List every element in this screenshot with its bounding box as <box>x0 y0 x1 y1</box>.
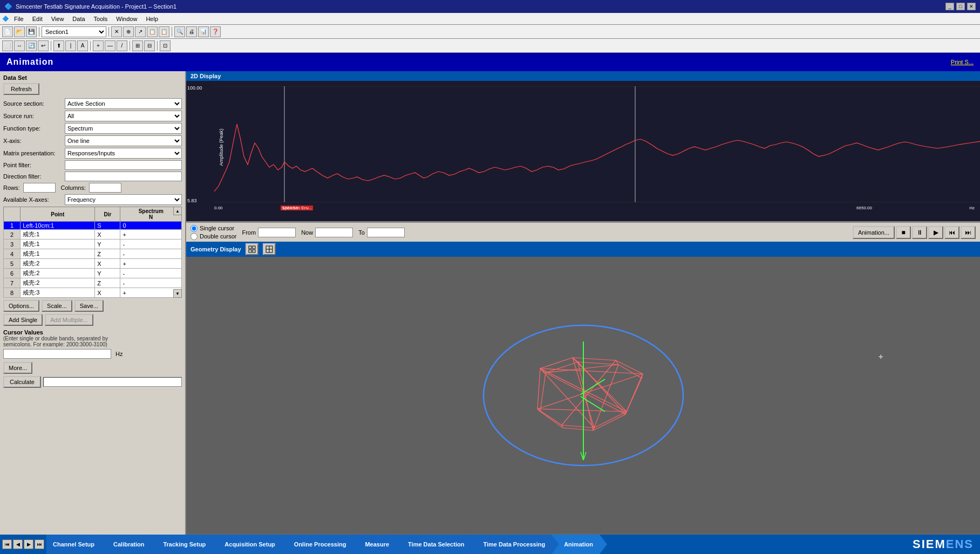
matrix-select[interactable]: Responses/Inputs <box>65 148 182 159</box>
tb2-btn5[interactable]: ⬆ <box>53 40 64 51</box>
options-button[interactable]: Options... <box>3 300 39 312</box>
section-select[interactable]: Section1 <box>42 26 106 37</box>
menu-window[interactable]: Window <box>113 15 140 23</box>
titlebar-controls[interactable]: _ □ ✕ <box>945 3 976 10</box>
scale-button[interactable]: Scale... <box>42 300 72 312</box>
stop-button[interactable]: ■ <box>896 226 911 239</box>
tb2-btn2[interactable]: ↔ <box>14 40 25 51</box>
columns-input[interactable]: 1 <box>89 183 121 193</box>
toolbar-btn2[interactable]: ⊕ <box>123 26 134 37</box>
source-run-select[interactable]: All <box>65 111 182 121</box>
fast-forward-button[interactable]: ⏭ <box>961 226 976 239</box>
toolbar-btn3[interactable]: ↗ <box>135 26 146 37</box>
animation-button[interactable]: Animation... <box>853 226 895 239</box>
rewind-button[interactable]: ⏮ <box>944 226 959 239</box>
save-data-button[interactable]: Save... <box>74 300 104 312</box>
toolbar-btn7[interactable]: 🖨 <box>186 26 197 37</box>
nav-item-animation[interactable]: Animation <box>552 535 600 554</box>
nav-item-tracking-setup[interactable]: Tracking Setup <box>151 535 213 554</box>
tb2-btn4[interactable]: ↩ <box>38 40 49 51</box>
nav-item-online-processing[interactable]: Online Processing <box>282 535 353 554</box>
pause-button[interactable]: ⏸ <box>912 226 927 239</box>
menu-tools[interactable]: Tools <box>91 15 111 23</box>
play-button[interactable]: ▶ <box>928 226 943 239</box>
nav-item-acquisition-setup[interactable]: Acquisition Setup <box>213 535 282 554</box>
geometry-display: Geometry Display <box>186 242 980 535</box>
tb2-btn1[interactable]: ⬜ <box>2 40 13 51</box>
print-link[interactable]: Print S... <box>951 59 974 65</box>
nav-item-channel-setup[interactable]: Channel Setup <box>46 535 101 554</box>
table-scroll-up[interactable]: ▲ <box>173 207 182 215</box>
tb2-btn11[interactable]: ⊞ <box>132 40 143 51</box>
source-section-select[interactable]: Active Section <box>65 98 182 109</box>
tb2-btn3[interactable]: 🔄 <box>26 40 37 51</box>
to-input[interactable]: 12500.0 <box>367 228 405 237</box>
menu-file[interactable]: File <box>11 15 27 23</box>
x-axis-select[interactable]: One line <box>65 135 182 146</box>
tb2-btn7[interactable]: A <box>77 40 88 51</box>
tb2-btn12[interactable]: ⊟ <box>144 40 155 51</box>
maximize-button[interactable]: □ <box>956 3 965 10</box>
direction-filter-input[interactable] <box>65 172 182 181</box>
table-row[interactable]: 1 Left-10cm:1 S 0 <box>4 222 182 230</box>
table-row[interactable]: 7 戒壳:2 Z - <box>4 278 182 288</box>
tb2-btn10[interactable]: / <box>117 40 127 51</box>
add-multiple-button[interactable]: Add Multiple... <box>45 314 93 326</box>
from-input[interactable]: 0.000 <box>258 228 296 237</box>
nav-prev-button[interactable]: ◀ <box>13 539 23 549</box>
table-row[interactable]: 6 戒壳:2 Y - <box>4 269 182 278</box>
tb2-btn9[interactable]: — <box>105 40 115 51</box>
nav-first-button[interactable]: ⏮ <box>2 539 12 549</box>
table-row[interactable]: 5 戒壳:2 X + <box>4 259 182 269</box>
refresh-button[interactable]: Refresh <box>3 83 39 95</box>
menu-edit[interactable]: Edit <box>29 15 46 23</box>
cursor-input[interactable] <box>3 349 111 359</box>
table-row[interactable]: 4 戒壳:1 Z - <box>4 249 182 259</box>
add-single-button[interactable]: Add Single <box>3 314 43 326</box>
open-button[interactable]: 📂 <box>14 26 25 37</box>
tb2-btn6[interactable]: | <box>65 40 76 51</box>
geo-btn2[interactable] <box>263 243 276 255</box>
toolbar-btn4[interactable]: 📋 <box>147 26 158 37</box>
nav-item-time-data-selection[interactable]: Time Data Selection <box>396 535 471 554</box>
nav-next-button[interactable]: ▶ <box>24 539 33 549</box>
table-row[interactable]: 8 戒壳:3 X + <box>4 288 182 298</box>
titlebar-left: 🔷 Simcenter Testlab Signature Acquisitio… <box>4 3 176 10</box>
table-scroll-down[interactable]: ▼ <box>173 289 182 298</box>
tb2-btn8[interactable]: + <box>93 40 104 51</box>
table-row[interactable]: 2 戒壳:1 X + <box>4 230 182 240</box>
toolbar2: ⬜ ↔ 🔄 ↩ ⬆ | A + — / ⊞ ⊟ ⊡ <box>0 39 980 53</box>
geo-btn1[interactable] <box>246 243 258 255</box>
new-button[interactable]: 📄 <box>2 26 13 37</box>
calculate-display[interactable]: ODSProcessing <box>43 377 182 387</box>
double-cursor-input[interactable] <box>190 233 198 240</box>
nav-last-button[interactable]: ⏭ <box>35 539 44 549</box>
nav-item-calibration[interactable]: Calibration <box>101 535 151 554</box>
toolbar-btn1[interactable]: ✕ <box>111 26 122 37</box>
save-button[interactable]: 💾 <box>26 26 37 37</box>
single-cursor-radio[interactable]: Single cursor <box>190 225 236 232</box>
rows-input[interactable]: 22 <box>23 183 56 193</box>
nav-item-label: Tracking Setup <box>163 541 206 548</box>
calculate-button[interactable]: Calculate <box>3 376 41 388</box>
close-button[interactable]: ✕ <box>967 3 976 10</box>
minimize-button[interactable]: _ <box>945 3 954 10</box>
toolbar-btn5[interactable]: 📋 <box>159 26 169 37</box>
double-cursor-radio[interactable]: Double cursor <box>190 233 236 240</box>
menu-data[interactable]: Data <box>69 15 88 23</box>
single-cursor-input[interactable] <box>190 225 198 232</box>
more-button[interactable]: More... <box>3 362 32 374</box>
menu-help[interactable]: Help <box>142 15 161 23</box>
toolbar-btn6[interactable]: 🔍 <box>174 26 185 37</box>
nav-item-time-data-processing[interactable]: Time Data Processing <box>471 535 552 554</box>
point-filter-input[interactable] <box>65 160 182 170</box>
available-x-select[interactable]: Frequency <box>65 194 182 205</box>
nav-item-label: Online Processing <box>294 541 346 548</box>
toolbar-btn8[interactable]: 📊 <box>198 26 209 37</box>
toolbar-btn9[interactable]: ❓ <box>210 26 221 37</box>
tb2-btn13[interactable]: ⊡ <box>160 40 171 51</box>
now-input[interactable]: 6825.0 <box>315 228 353 237</box>
function-type-select[interactable]: Spectrum <box>65 123 182 134</box>
table-row[interactable]: 3 戒壳:1 Y - <box>4 240 182 249</box>
menu-view[interactable]: View <box>48 15 67 23</box>
